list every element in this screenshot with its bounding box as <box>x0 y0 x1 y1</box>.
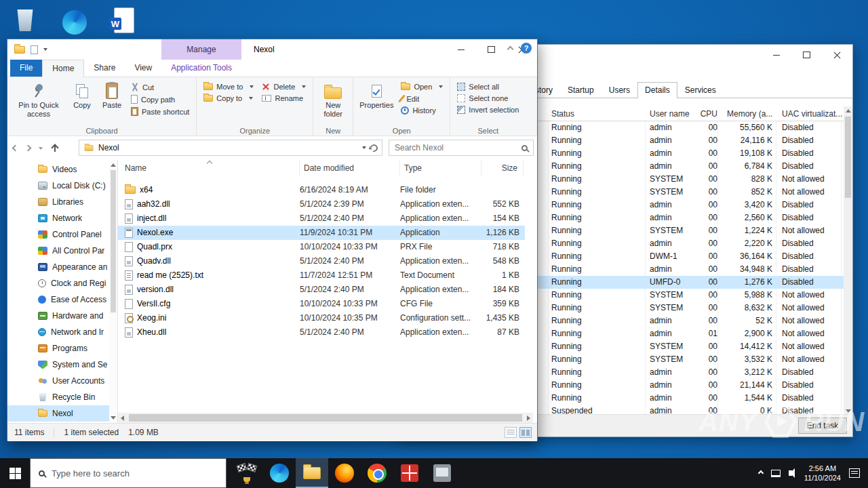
column-header-size[interactable]: Size <box>481 160 524 176</box>
column-header-user-name[interactable]: User name <box>650 106 690 121</box>
taskmgr-scrollbar[interactable] <box>844 106 852 415</box>
file-row[interactable]: inject.dll 5/1/2024 2:40 PM Application … <box>118 211 525 226</box>
delete-button[interactable]: Delete <box>260 82 308 92</box>
file-row[interactable]: Nexol.exe 11/9/2024 10:31 PM Application… <box>118 226 525 240</box>
volume-icon[interactable] <box>789 470 792 476</box>
address-bar[interactable]: Nexol <box>79 140 382 156</box>
taskmgr-maximize-button[interactable] <box>791 45 822 65</box>
move-to-button[interactable]: Move to <box>201 82 256 92</box>
scrollbar-thumb[interactable] <box>111 170 116 312</box>
taskmgr-tab[interactable]: Details <box>637 82 677 98</box>
column-header-name[interactable]: Name <box>121 160 300 176</box>
scroll-down-icon[interactable] <box>846 409 851 413</box>
taskbar-app-edge[interactable] <box>263 458 296 488</box>
sidebar-item[interactable]: User Accounts <box>7 373 109 389</box>
sidebar-item[interactable]: Nexol <box>7 405 109 422</box>
taskmgr-close-button[interactable] <box>822 45 852 65</box>
taskbar-app-chrome[interactable] <box>361 458 393 488</box>
taskbar-app-file-explorer[interactable] <box>296 458 328 488</box>
sidebar-item[interactable]: Programs <box>7 340 109 357</box>
show-hidden-icons-chevron[interactable] <box>758 470 764 476</box>
column-header-memory[interactable]: Memory (a... <box>727 106 772 121</box>
file-row[interactable]: Quadl.prx 10/10/2024 10:33 PM PRX File 7… <box>118 240 525 254</box>
taskmgr-tab[interactable]: Users <box>601 82 637 98</box>
help-icon[interactable]: ? <box>521 43 532 54</box>
scrollbar-thumb[interactable] <box>845 117 851 198</box>
sidebar-item[interactable]: Videos <box>7 161 109 178</box>
pin-to-quick-access-button[interactable]: Pin to Quick access <box>10 79 67 120</box>
ribbon-tab[interactable]: Share <box>84 60 125 77</box>
breadcrumb[interactable]: Nexol <box>98 143 358 152</box>
new-folder-button[interactable]: New folder <box>316 79 350 120</box>
qat-customize-caret-icon[interactable] <box>43 48 47 51</box>
sidebar-item[interactable]: Control Panel <box>7 226 109 243</box>
search-box[interactable]: Search Nexol <box>389 140 534 156</box>
explorer-minimize-button[interactable] <box>446 39 476 60</box>
horizontal-scrollbar[interactable] <box>118 413 533 423</box>
rename-button[interactable]: Rename <box>260 94 308 103</box>
qat-properties-icon[interactable] <box>31 45 38 54</box>
file-row[interactable]: VersIl.cfg 10/10/2024 10:33 PM CFG File … <box>118 297 525 311</box>
copy-path-button[interactable]: Copy path <box>129 94 191 104</box>
taskbar-app-racing-flags[interactable] <box>231 458 263 488</box>
file-row[interactable]: version.dll 5/1/2024 2:40 PM Application… <box>118 283 525 297</box>
sidebar-item[interactable]: Recycle Bin <box>7 389 109 405</box>
copy-button[interactable]: Copy <box>67 79 97 111</box>
column-header-type[interactable]: Type <box>400 160 481 176</box>
up-one-level-button[interactable] <box>51 144 59 152</box>
file-row[interactable]: aah32.dll 5/1/2024 2:39 PM Application e… <box>118 197 525 211</box>
sidebar-item[interactable]: System and Se <box>7 357 109 373</box>
file-row[interactable]: Xeog.ini 10/10/2024 10:35 PM Configurati… <box>118 311 525 325</box>
taskbar-clock[interactable]: 2:56 AM 11/10/2024 <box>804 464 841 483</box>
taskmgr-tab[interactable]: Startup <box>560 82 601 98</box>
sidebar-item[interactable]: Clock and Regi <box>7 275 109 291</box>
sidebar-item[interactable]: Network and Ir <box>7 324 109 340</box>
edit-button[interactable]: Edit <box>399 94 445 104</box>
explorer-maximize-button[interactable] <box>476 39 507 60</box>
scroll-left-icon[interactable] <box>121 415 124 421</box>
scrollbar-thumb[interactable] <box>129 414 522 422</box>
end-task-button[interactable]: End task <box>798 418 847 434</box>
open-button[interactable]: Open <box>399 82 445 92</box>
file-row[interactable]: x64 6/16/2024 8:19 AM File folder <box>118 183 525 197</box>
ribbon-tab[interactable]: File <box>10 60 42 77</box>
taskbar-search-box[interactable]: Type here to search <box>30 458 226 488</box>
taskbar-app-gray-utility[interactable] <box>426 458 458 488</box>
sidebar-item[interactable]: Libraries <box>7 194 109 210</box>
ribbon-tab[interactable]: Application Tools <box>161 60 241 77</box>
cut-button[interactable]: Cut <box>129 82 191 92</box>
sidebar-item[interactable]: All Control Par <box>7 243 109 259</box>
file-row[interactable]: read me (2525).txt 11/7/2024 12:51 PM Te… <box>118 268 525 283</box>
recent-locations-caret-icon[interactable] <box>39 147 43 150</box>
scroll-right-icon[interactable] <box>527 415 530 421</box>
large-icons-view-button[interactable] <box>519 427 532 438</box>
column-header-cpu[interactable]: CPU <box>694 106 717 121</box>
back-button[interactable] <box>12 145 19 152</box>
forward-button[interactable] <box>25 145 32 152</box>
ribbon-tab[interactable]: View <box>125 60 161 77</box>
taskbar-app-firefox[interactable] <box>328 458 361 488</box>
navpane-scrollbar[interactable] <box>109 160 117 423</box>
sidebar-item[interactable]: Ease of Access <box>7 291 109 308</box>
paste-button[interactable]: Paste <box>97 79 127 111</box>
copy-to-button[interactable]: Copy to <box>201 94 256 103</box>
sidebar-item[interactable]: Local Disk (C:) <box>7 178 109 194</box>
select-all-button[interactable]: Select all <box>455 82 521 92</box>
edge-icon[interactable] <box>58 6 91 39</box>
column-header-date-modified[interactable]: Date modified <box>300 160 400 176</box>
file-row[interactable]: Xheu.dll 5/1/2024 2:40 PM Application ex… <box>118 325 525 340</box>
ribbon-tab[interactable]: Home <box>42 60 84 77</box>
network-icon[interactable] <box>771 470 781 477</box>
properties-button[interactable]: Properties <box>356 79 397 111</box>
invert-selection-button[interactable]: Invert selection <box>455 105 521 115</box>
file-row[interactable]: Quadv.dll 5/1/2024 2:40 PM Application e… <box>118 254 525 268</box>
details-view-button[interactable] <box>505 427 517 438</box>
scroll-up-icon[interactable] <box>111 163 116 167</box>
sidebar-item[interactable]: Network <box>7 210 109 226</box>
history-button[interactable]: History <box>399 106 445 115</box>
column-header-uac[interactable]: UAC virtualizat... <box>782 106 842 121</box>
recycle-bin-icon[interactable] <box>9 4 41 37</box>
address-dropdown-caret-icon[interactable] <box>362 146 366 149</box>
column-header-status[interactable]: Status <box>551 106 574 121</box>
sidebar-item[interactable]: Appearance an <box>7 259 109 275</box>
